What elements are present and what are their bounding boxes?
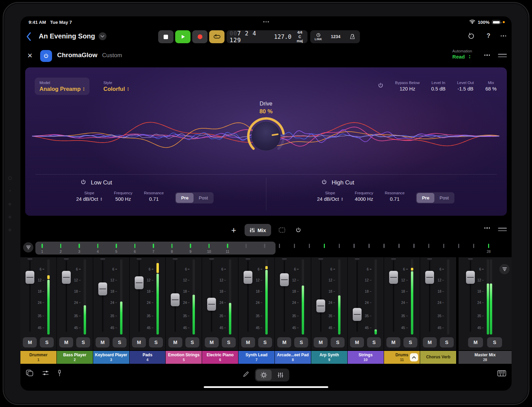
solo-button[interactable]: S [222,337,236,347]
track-name-label[interactable]: Drummer1 [20,351,56,364]
stack-collapse-button[interactable] [410,353,418,361]
track-name-label[interactable]: Synth Lead7 [238,351,275,364]
solo-button[interactable]: S [76,337,90,347]
volume-fader[interactable] [280,273,289,286]
overview-track-24[interactable] [426,242,432,257]
overview-track-6[interactable]: 6 [132,242,138,257]
solo-button[interactable]: S [40,337,54,347]
track-name-label[interactable]: Drums11 [384,351,420,364]
mute-button[interactable]: M [468,337,483,347]
plugin-drag-handle[interactable] [498,54,507,57]
song-title[interactable]: An Evening Song [39,32,95,40]
overview-track-20[interactable] [366,242,372,257]
audio-input-button[interactable] [58,370,61,378]
level-in-value[interactable]: 0.5 dB [431,86,446,92]
overview-track-8[interactable]: 8 [169,242,176,257]
track-name-label[interactable]: Strings10 [348,351,384,364]
solo-button[interactable]: S [149,337,163,347]
high-cut-slope-control[interactable]: Slope 24 dB/Oct▲▼ [317,191,343,202]
overview-track-4[interactable]: 4 [95,242,101,257]
solo-button[interactable]: S [403,337,417,347]
overview-track-3[interactable]: 3 [76,242,83,257]
low-cut-power-icon[interactable] [80,179,86,186]
volume-fader[interactable] [207,298,216,311]
overview-track-23[interactable] [411,242,417,257]
track-power-button[interactable] [293,227,304,233]
overview-track-21[interactable] [381,242,387,257]
help-button[interactable]: ? [487,32,491,39]
mix-value[interactable]: 68 % [485,86,497,92]
post-option[interactable]: Post [194,193,213,203]
overview-track-16[interactable] [306,242,313,257]
mute-button[interactable]: M [96,337,110,347]
browser-button[interactable] [26,370,33,378]
plugin-preset[interactable]: Custom [102,52,122,59]
track-name-label[interactable]: Arcade...eet Pad8 [275,351,311,364]
record-button[interactable] [192,30,207,43]
overview-track-19[interactable] [351,242,358,257]
level-out-control[interactable]: Level Out -1.5 dB [457,81,474,92]
overview-track-2[interactable]: 2 [57,242,64,257]
overview-track-28[interactable]: 28 [485,242,492,257]
mixer-more-button[interactable] [484,227,490,229]
mute-button[interactable]: M [350,337,364,347]
close-plugin-button[interactable]: ✕ [27,52,33,60]
volume-fader[interactable] [62,271,71,284]
low-cut-slope-control[interactable]: Slope 24 dB/Oct▲▼ [76,191,102,202]
track-name-label[interactable]: Keyboard Player3 [93,351,129,364]
solo-button[interactable]: S [440,337,454,347]
more-options-button[interactable] [501,35,506,37]
controls-view-button[interactable] [256,370,272,380]
mute-button[interactable]: M [241,337,255,347]
plugin-more-button[interactable] [484,54,490,56]
bypass-power-icon[interactable] [378,82,384,90]
stop-button[interactable] [158,30,173,43]
overview-track-11[interactable]: 11 [224,242,231,257]
overview-track-13[interactable] [261,242,268,257]
overview-track-27[interactable] [470,242,477,257]
mute-button[interactable]: M [59,337,73,347]
edit-pencil-button[interactable] [243,371,249,379]
low-cut-frequency-control[interactable]: Frequency 500 Hz [114,191,132,202]
solo-button[interactable]: S [185,337,199,347]
track-name-label[interactable]: Arp Synth9 [311,351,347,364]
overview-track-17[interactable] [321,242,328,257]
style-value[interactable]: Colorful [103,86,125,92]
high-cut-frequency-control[interactable]: Frequency 4000 Hz [355,191,373,202]
track-name-label[interactable]: Electric Piano6 [202,351,238,364]
high-cut-power-icon[interactable] [321,179,327,186]
post-option[interactable]: Post [434,193,454,203]
style-selector[interactable]: Style Colorful ▲▼ [103,81,129,92]
mute-button[interactable]: M [132,337,146,347]
count-in-button[interactable]: 1234 [327,30,345,43]
volume-fader[interactable] [316,299,325,312]
mute-button[interactable]: M [277,337,291,347]
cycle-button[interactable] [209,30,225,43]
mixer-drag-handle[interactable] [498,228,507,231]
track-filter-button[interactable] [23,242,33,253]
mute-button[interactable]: M [423,337,437,347]
strip-options-button[interactable] [499,264,510,274]
level-out-value[interactable]: -1.5 dB [457,86,474,92]
multi-select-button[interactable] [277,228,287,232]
low-cut-resonance-control[interactable]: Resonance 0.71 [144,191,164,202]
level-in-control[interactable]: Level In 0.5 dB [431,81,446,92]
drive-knob[interactable] [245,115,287,157]
high-cut-resonance-control[interactable]: Resonance 0.71 [385,191,404,202]
track-name-label[interactable]: Emotion Strings5 [166,351,202,364]
volume-fader[interactable] [244,271,252,284]
pre-option[interactable]: Pre [417,193,434,203]
overview-track-15[interactable] [291,242,298,257]
overview-track-18[interactable] [336,242,343,257]
track-name-label[interactable]: Bass Player2 [57,351,93,364]
history-undo-button[interactable] [466,33,477,39]
mute-button[interactable]: M [23,337,37,347]
overview-track-7[interactable]: 7 [150,242,157,257]
overview-track-5[interactable]: 5 [113,242,120,257]
plugin-power-toggle[interactable] [40,50,52,62]
automation-control[interactable]: Automation Read ▲▼ [452,49,472,60]
mixer-settings-button[interactable] [42,370,49,377]
mute-button[interactable]: M [168,337,182,347]
song-menu-button[interactable] [99,32,106,40]
volume-fader[interactable] [353,308,362,321]
